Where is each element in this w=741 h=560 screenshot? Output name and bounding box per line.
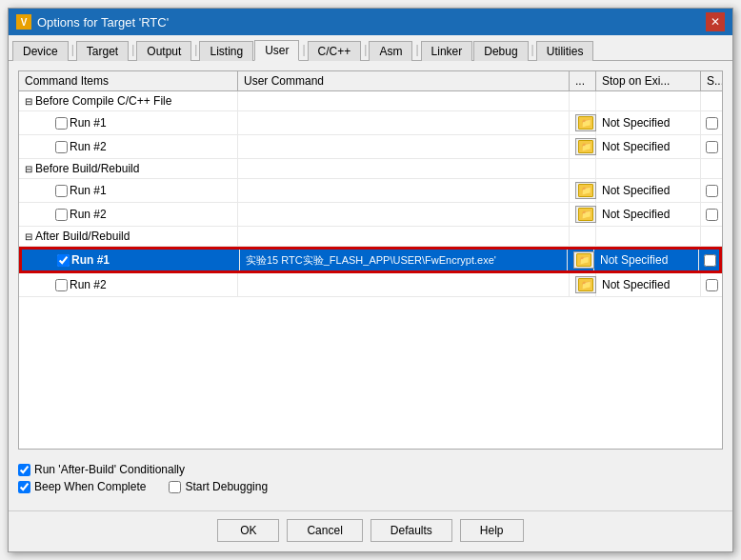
tab-asm[interactable]: Asm: [369, 41, 412, 61]
browse-button[interactable]: 📁: [575, 114, 596, 131]
run-after-build-checkbox[interactable]: [18, 464, 30, 476]
run-checkbox[interactable]: [55, 141, 68, 153]
header-command-items: Command Items: [19, 71, 238, 90]
tab-utilities[interactable]: Utilities: [536, 41, 594, 61]
table-body: ⊟ Before Compile C/C++ File Run #1: [19, 91, 722, 297]
section-label-after-build: ⊟ After Build/Rebuild: [19, 227, 238, 246]
option-row-1: Run 'After-Build' Conditionally: [18, 463, 723, 476]
command-value: 实验15 RTC实验_FLASH_APP\USER\FwEncrypt.exe': [246, 253, 496, 268]
s-checkbox[interactable]: [706, 185, 718, 197]
command-input[interactable]: [244, 116, 563, 130]
table-row[interactable]: Run #2 📁 Not Specified: [19, 203, 722, 227]
header-s: S...: [701, 71, 722, 90]
defaults-button[interactable]: Defaults: [370, 519, 452, 542]
run-checkbox[interactable]: [55, 279, 68, 291]
folder-icon: 📁: [578, 116, 593, 130]
s-checkbox[interactable]: [706, 117, 718, 130]
section-label-before-compile: ⊟ Before Compile C/C++ File: [19, 91, 238, 110]
tab-cpp[interactable]: C/C++: [308, 41, 362, 61]
folder-icon: 📁: [578, 140, 593, 153]
close-button[interactable]: ✕: [706, 12, 725, 31]
run-checkbox-checked[interactable]: [57, 254, 70, 267]
run-checkbox[interactable]: [55, 117, 68, 130]
tabs-bar: Device | Target | Output | Listing User …: [9, 35, 732, 61]
tab-debug[interactable]: Debug: [473, 41, 528, 61]
tab-listing[interactable]: Listing: [199, 41, 253, 61]
browse-button[interactable]: 📁: [575, 206, 596, 223]
folder-icon: 📁: [576, 253, 591, 267]
app-icon: V: [16, 14, 31, 30]
title-bar: V Options for Target 'RTC' ✕: [9, 9, 732, 35]
collapse-icon-before-compile[interactable]: ⊟: [25, 96, 32, 107]
command-input[interactable]: [244, 208, 563, 221]
item-label-selected: Run #1: [21, 249, 240, 271]
item-label: Run #2: [19, 135, 238, 158]
start-debugging-option[interactable]: Start Debugging: [169, 480, 268, 493]
s-checkbox[interactable]: [706, 279, 718, 291]
header-ellipsis: ...: [570, 71, 596, 90]
tab-user[interactable]: User: [254, 40, 299, 61]
collapse-icon-after-build[interactable]: ⊟: [25, 231, 32, 242]
header-stop-on-exit: Stop on Exi...: [596, 71, 701, 90]
beep-checkbox[interactable]: [18, 481, 30, 493]
tab-target[interactable]: Target: [76, 41, 129, 61]
item-label: Run #1: [19, 179, 238, 202]
option-row-2: Beep When Complete Start Debugging: [18, 480, 723, 493]
options-dialog: V Options for Target 'RTC' ✕ Device | Ta…: [8, 8, 733, 552]
content-area: Command Items User Command ... Stop on E…: [9, 61, 732, 507]
title-bar-left: V Options for Target 'RTC': [16, 14, 169, 30]
command-input[interactable]: [244, 184, 563, 197]
section-before-compile: ⊟ Before Compile C/C++ File: [19, 91, 722, 111]
command-input[interactable]: [244, 278, 563, 291]
command-table: Command Items User Command ... Stop on E…: [18, 70, 723, 450]
start-debugging-checkbox[interactable]: [169, 481, 181, 493]
folder-icon: 📁: [578, 208, 593, 221]
table-row[interactable]: Run #1 📁 Not Specified: [19, 179, 722, 203]
run-checkbox[interactable]: [55, 209, 68, 221]
s-checkbox[interactable]: [706, 209, 718, 221]
section-after-build: ⊟ After Build/Rebuild: [19, 227, 722, 247]
beep-when-complete-option[interactable]: Beep When Complete: [18, 480, 146, 493]
browse-button[interactable]: 📁: [575, 182, 596, 199]
run-checkbox[interactable]: [55, 185, 68, 197]
browse-button[interactable]: 📁: [575, 276, 596, 293]
table-row[interactable]: Run #2 📁 Not Specified: [19, 273, 722, 297]
browse-button-selected[interactable]: 📁: [573, 251, 594, 269]
folder-icon: 📁: [578, 184, 593, 197]
header-user-command: User Command: [238, 71, 570, 90]
table-row-selected[interactable]: Run #1 实验15 RTC实验_FLASH_APP\USER\FwEncry…: [19, 247, 722, 273]
item-label: Run #1: [19, 111, 238, 134]
dialog-title: Options for Target 'RTC': [37, 15, 169, 30]
tab-linker[interactable]: Linker: [421, 41, 473, 61]
command-input[interactable]: [244, 140, 563, 153]
item-label: Run #2: [19, 273, 238, 296]
folder-icon: 📁: [578, 278, 593, 291]
help-button[interactable]: Help: [460, 519, 524, 542]
table-header: Command Items User Command ... Stop on E…: [19, 71, 722, 91]
tab-output[interactable]: Output: [136, 41, 191, 61]
run-after-build-option[interactable]: Run 'After-Build' Conditionally: [18, 463, 185, 476]
cancel-button[interactable]: Cancel: [287, 519, 362, 542]
browse-button[interactable]: 📁: [575, 138, 596, 155]
tab-device[interactable]: Device: [12, 41, 69, 61]
options-section: Run 'After-Build' Conditionally Beep Whe…: [18, 459, 723, 497]
table-row[interactable]: Run #1 📁 Not Specified: [19, 111, 722, 135]
section-before-build: ⊟ Before Build/Rebuild: [19, 159, 722, 179]
s-checkbox[interactable]: [706, 141, 718, 153]
collapse-icon-before-build[interactable]: ⊟: [25, 164, 32, 174]
item-label: Run #2: [19, 203, 238, 226]
ok-button[interactable]: OK: [217, 519, 279, 542]
section-label-before-build: ⊟ Before Build/Rebuild: [19, 159, 238, 178]
footer: OK Cancel Defaults Help: [9, 510, 732, 551]
s-checkbox[interactable]: [704, 254, 716, 267]
table-row[interactable]: Run #2 📁 Not Specified: [19, 135, 722, 159]
